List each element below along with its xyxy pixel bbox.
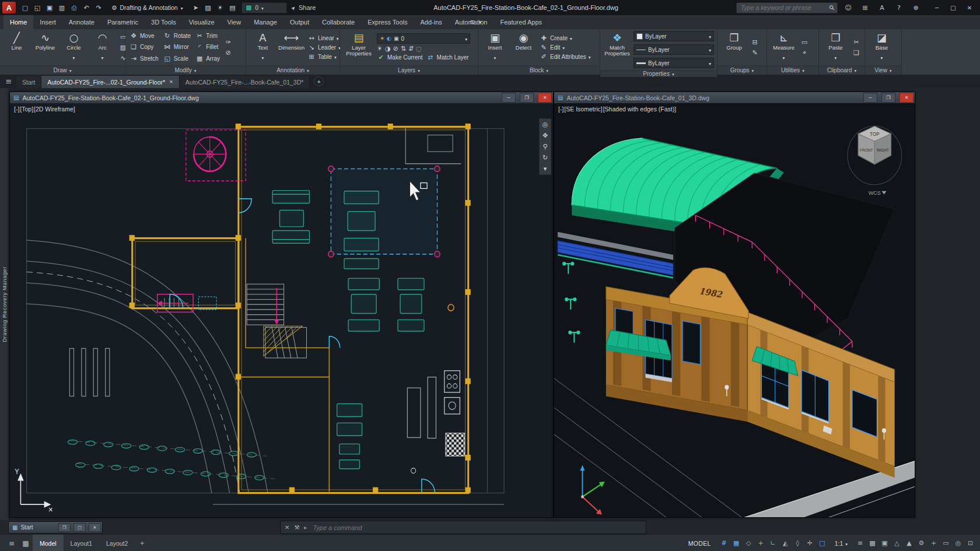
draw-panel-footer[interactable]: Draw [0,65,125,75]
viewport-controls-menu[interactable]: [-] [14,106,19,113]
start-window-title[interactable]: Start [20,524,55,531]
autoscale-icon[interactable]: ▲ [903,537,915,549]
window-titlebar[interactable]: AutoCAD-FY25_Fire-Station-Book-Cafe_01_3… [554,92,915,103]
tab-express-tools[interactable]: Express Tools [361,15,414,29]
canal-beam[interactable] [558,232,673,278]
layout-menu-icon[interactable] [5,539,19,548]
viewcube-front-face[interactable]: FRONT [860,148,873,152]
restore-window-button[interactable] [58,523,71,532]
file-tab-start[interactable]: Start [16,76,41,88]
utilities-panel-footer[interactable]: Utilities [767,65,818,75]
tab-featured-apps[interactable]: Featured Apps [494,15,548,29]
tab-view[interactable]: View [221,15,248,29]
navbar-more-icon[interactable]: ▾ [544,166,547,172]
pan-icon[interactable]: ✥ [542,132,548,139]
clean-screen-icon[interactable]: ⊡ [964,537,977,549]
modify-panel-footer[interactable]: Modify [125,65,246,75]
street-lamps[interactable] [563,262,579,343]
array-button[interactable]: ▦ Array [194,53,221,64]
move-button[interactable]: ✥ Move [128,30,160,41]
tab-add-ins[interactable]: Add-ins [414,15,449,29]
file-tabs-menu-icon[interactable] [1,75,16,88]
tab-home[interactable]: Home [4,15,33,29]
model-3d-canvas[interactable]: 1982 [554,103,915,517]
dynamic-input-icon[interactable]: + [755,537,767,549]
id-point-icon[interactable]: ⌖ [800,48,809,57]
autodesk-access-icon[interactable]: A [877,2,887,13]
floor-plan-canvas[interactable]: Y ✕ [10,103,553,517]
file-tab-ground-floor[interactable]: AutoCAD-FY25_Fire-...02-1_Ground-Floor* [41,76,180,88]
new-layout-button[interactable]: + [140,539,144,548]
annotation-visibility-icon[interactable]: △ [891,537,903,549]
brightness-icon[interactable]: ☀ [215,2,225,13]
edit-attributes-button[interactable]: ✐ Edit Attributes [540,53,590,61]
zoom-icon[interactable]: ⚲ [542,143,547,150]
app-minimize-button[interactable]: ─ [929,2,945,13]
selection-cycling-icon[interactable]: ▣ [878,537,891,549]
app-store-icon[interactable]: ⊞ [860,2,870,13]
share-button[interactable]: Share [291,4,316,11]
undo-icon[interactable]: ↶ [81,2,92,13]
erase-icon[interactable]: ✑ [223,37,233,47]
lineweight-icon[interactable]: ≡ [854,537,866,549]
stairs[interactable] [247,284,306,358]
viewport-visual-style-menu[interactable]: [2D Wireframe] [34,106,75,113]
orbit-icon[interactable]: ↻ [542,155,548,161]
make-current-button[interactable]: Make Current [377,54,423,61]
properties-panel-footer[interactable]: Properties [600,70,717,77]
close-tab-icon[interactable] [169,79,173,85]
object-color-combo[interactable]: ByLayer [634,31,714,41]
trim-button[interactable]: ✂ Trim [194,30,221,41]
window-close-button[interactable] [900,93,914,103]
viewcube-right-face[interactable]: RIGHT [877,148,889,152]
linear-button[interactable]: ↔ Linear [307,34,341,42]
window-minimize-button[interactable] [502,93,516,103]
explode-icon[interactable]: ⊘ [223,48,233,57]
polar-tracking-icon[interactable]: ◭ [779,537,792,549]
ortho-mode-icon[interactable]: ∟ [767,537,779,549]
view-panel-footer[interactable]: View [865,65,901,75]
tab-visualize[interactable]: Visualize [183,15,221,29]
ucs-icon-3d[interactable] [580,465,604,514]
column-marker-circle[interactable] [448,304,454,311]
copy-clip-icon[interactable]: ❏ [852,48,861,57]
save-as-icon[interactable]: ▥ [57,2,67,13]
table-button[interactable]: ⊞ Table [307,53,341,61]
viewport-view-menu[interactable]: [Top] [20,106,33,113]
workspace-selector[interactable]: Drafting & Annotation [108,3,186,12]
window-close-button[interactable] [538,93,552,103]
detect-button[interactable]: ◉ Detect [510,30,537,64]
new-file-icon[interactable]: ▢ [20,2,30,13]
tab-insert[interactable]: Insert [33,15,62,29]
leader-button[interactable]: ↘ Leader [307,44,341,51]
line-button[interactable]: ╱ Line [3,30,30,64]
fillet-button[interactable]: ◜ Fillet [194,41,221,52]
spiral-staircase[interactable] [186,130,246,181]
cursor-tool-icon[interactable]: ➤ [190,2,201,13]
maximize-window-button[interactable] [74,523,86,532]
object-snap-icon[interactable]: □ [816,537,828,549]
insert-button[interactable]: ▣ Insert [481,30,509,64]
circle-button[interactable]: ○ Circle [60,30,88,64]
text-button[interactable]: A Text [249,30,276,64]
window-titlebar[interactable]: AutoCAD-FY25_Fire-Station-Book-Cafe_02-1… [10,92,553,103]
plot-icon[interactable]: ⎙ [69,2,79,13]
file-tab-3d[interactable]: AutoCAD-FY25_Fire-...-Book-Cafe_01_3D* [180,76,310,88]
app-close-button[interactable]: ✕ [961,2,978,13]
polyline-button[interactable]: ∿ Polyline [32,30,59,64]
command-customize-icon[interactable] [294,524,299,531]
layer-unlock-icon[interactable]: ⇵ [408,45,414,52]
layout-quickview-icon[interactable] [19,539,33,548]
infer-constraints-icon[interactable]: ◇ [743,537,755,549]
block-panel-footer[interactable]: Block [478,65,600,75]
grid-display-icon[interactable]: # [718,537,730,549]
match-properties-button[interactable]: Match Properties [603,30,631,69]
selection-rectangle[interactable] [331,169,437,254]
layer-walk-icon[interactable]: ◌ [416,45,422,52]
match-layer-button[interactable]: Match Layer [426,54,469,61]
road-network[interactable] [27,240,504,504]
quick-calc-icon[interactable]: ▭ [800,37,809,47]
hatch-tool-icon[interactable]: ▨ [202,2,213,13]
edit-block-button[interactable]: ✎ Edit [540,44,590,51]
base-button[interactable]: Base [868,30,895,64]
